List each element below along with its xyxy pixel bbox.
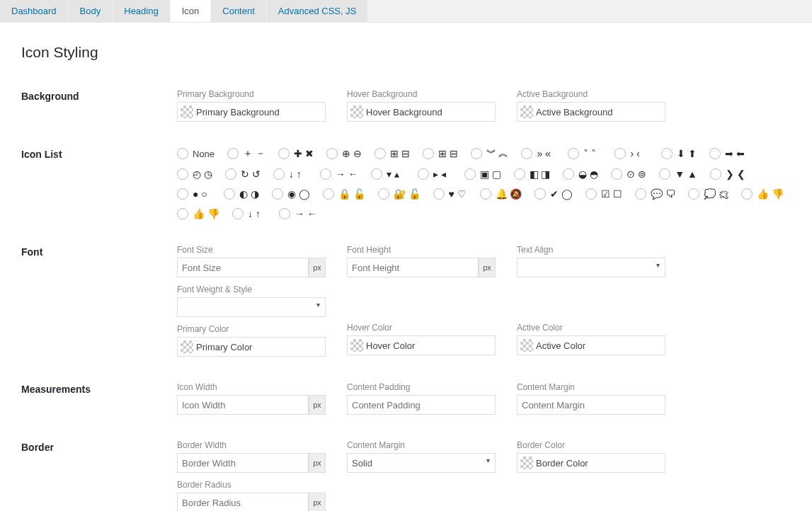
angle-right-left-icon: › ‹ <box>630 148 639 159</box>
tab-dashboard[interactable]: Dashboard <box>0 0 68 22</box>
icon-option-toggle-on-off[interactable]: ◉ ◯ <box>272 188 310 200</box>
icon-option-plus-minus[interactable]: ＋ － <box>227 147 265 160</box>
icon-option-arrows-circle-right-left[interactable]: ➡ ⬅ <box>709 147 745 160</box>
radio-icon <box>585 188 597 200</box>
text-align-select[interactable] <box>517 258 665 277</box>
active-color-input[interactable]: Active Color <box>517 335 665 355</box>
icon-option-exchange-arrows[interactable]: → ← <box>279 208 317 219</box>
icon-option-circle-filled-outline[interactable]: ● ○ <box>177 188 211 200</box>
tab-heading[interactable]: Heading <box>113 0 169 22</box>
icon-option-thumbs-up-down[interactable]: 👍 👎 <box>741 188 784 200</box>
tab-icon[interactable]: Icon <box>171 0 211 22</box>
icon-option-boxes-down-up[interactable]: ▣ ▢ <box>464 168 501 180</box>
icon-option-none[interactable]: None <box>177 147 215 160</box>
arrows-circle-right-left-icon: ➡ ⬅ <box>725 148 745 159</box>
icon-option-plus-minus-square[interactable]: ⊞ ⊟ <box>374 147 410 160</box>
icon-option-plus-minus-square-outline[interactable]: ⊞ ⊟ <box>423 147 458 160</box>
chevrons-down-up-icon: ︾ ︽ <box>486 147 509 160</box>
icon-option-chevrons-down-up[interactable]: ︾ ︽ <box>471 147 509 160</box>
icon-option-angles-right-left[interactable]: » « <box>521 147 555 160</box>
icon-option-thumbs-hands[interactable]: 👍 👎 <box>177 208 219 219</box>
radio-icon <box>378 188 389 200</box>
icon-option-heart-filled-outline[interactable]: ♥ ♡ <box>433 188 467 200</box>
icon-option-angle-right-left[interactable]: › ‹ <box>614 147 648 160</box>
tab-content[interactable]: Content <box>211 0 266 22</box>
radio-icon <box>177 148 188 159</box>
border-color-input[interactable]: Border Color <box>517 453 665 473</box>
px-unit: px <box>479 258 496 277</box>
border-width-input[interactable] <box>177 453 309 473</box>
primary-bg-input[interactable]: Primary Background <box>177 102 326 122</box>
icon-option-carets-down-up[interactable]: ▼ ▲ <box>659 168 697 180</box>
icon-option-lock-unlock-alt[interactable]: 🔐 🔓 <box>378 188 421 200</box>
border-radius-input[interactable] <box>177 493 309 511</box>
radio-icon <box>568 148 579 159</box>
play-right-left-icon: ▸ ◂ <box>433 168 446 180</box>
radio-icon <box>320 168 331 180</box>
icon-option-clock-in-out[interactable]: ◴ ◷ <box>177 168 212 180</box>
icon-option-sort-arrows[interactable]: ↓ ↑ <box>232 208 266 219</box>
icon-option-reload-pair[interactable]: ↻ ↺ <box>225 168 261 180</box>
icon-option-arrows-in-out[interactable]: → ← <box>320 168 358 180</box>
radio-icon <box>433 188 445 200</box>
icon-option-chevron-down-up[interactable]: ˅ ˄ <box>568 147 602 160</box>
radio-icon <box>659 168 670 180</box>
icon-option-speech-bubbles[interactable]: 💬 🗨 <box>635 188 675 200</box>
radio-icon <box>371 168 382 180</box>
circle-filled-outline-icon: ● ○ <box>193 188 207 200</box>
icon-option-check-squares[interactable]: ☑ ☐ <box>585 188 622 200</box>
content-padding-input[interactable] <box>347 395 496 415</box>
icon-option-chat-bubbles[interactable]: 💭 🗯 <box>688 188 728 200</box>
icon-option-lock-unlock[interactable]: 🔒 🔓 <box>323 188 365 200</box>
content-margin-input[interactable] <box>517 395 665 415</box>
font-size-input[interactable] <box>177 258 309 277</box>
font-height-input[interactable] <box>347 258 479 277</box>
hover-bg-input[interactable]: Hover Background <box>347 102 496 122</box>
speech-bubbles-icon: 💬 🗨 <box>651 188 675 200</box>
icon-option-check-circles[interactable]: ✔ ◯ <box>534 188 573 200</box>
icon-option-boxes-left-up[interactable]: ◧ ◨ <box>514 168 551 180</box>
border-radius-label: Border Radius <box>177 480 326 490</box>
px-unit: px <box>309 395 326 415</box>
hover-color-input[interactable]: Hover Color <box>347 335 496 355</box>
icon-option-arrows-circle-down-up[interactable]: ⬇ ⬆ <box>661 147 697 160</box>
border-style-select[interactable]: Solid <box>347 453 496 473</box>
active-bg-input[interactable]: Active Background <box>517 102 665 122</box>
tab-body[interactable]: Body <box>69 0 113 22</box>
radio-icon <box>326 148 338 159</box>
icon-option-moon-sun[interactable]: ◐ ◑ <box>224 188 259 200</box>
icon-option-bell-filled-outline[interactable]: 🔔 🔕 <box>480 188 522 200</box>
transparent-swatch-icon <box>181 105 193 118</box>
icon-option-caret-down-up[interactable]: ▾ ▴ <box>371 168 405 180</box>
primary-color-input[interactable]: Primary Color <box>177 337 326 357</box>
plus-minus-circle-icon: ⊕ ⊖ <box>342 148 362 159</box>
arrows-circle-down-up-icon: ⬇ ⬆ <box>677 148 697 159</box>
toggle-on-off-icon: ◉ ◯ <box>287 188 310 200</box>
chat-bubbles-icon: 💭 🗯 <box>704 188 728 200</box>
radio-icon <box>563 168 574 180</box>
transparent-swatch-icon <box>181 340 193 353</box>
icon-option-shields-in-out[interactable]: ◒ ◓ <box>563 168 598 180</box>
tab-advanced[interactable]: Advanced CSS, JS <box>267 0 368 22</box>
thumbs-up-down-icon: 👍 👎 <box>757 188 784 200</box>
section-label-background: Background <box>21 89 177 122</box>
icon-option-plus-minus-circle[interactable]: ⊕ ⊖ <box>326 147 362 160</box>
font-weight-select[interactable] <box>177 297 326 317</box>
icon-width-input[interactable] <box>177 395 309 415</box>
icon-none-label: None <box>193 149 215 159</box>
active-color-placeholder: Active Color <box>536 340 585 351</box>
plus-times-bold-icon: ✚ ✖ <box>294 148 314 159</box>
radio-icon <box>464 168 476 180</box>
hover-color-placeholder: Hover Color <box>366 340 415 351</box>
icon-option-play-right-left[interactable]: ▸ ◂ <box>418 168 452 180</box>
text-align-label: Text Align <box>517 245 665 255</box>
lock-unlock-alt-icon: 🔐 🔓 <box>394 188 421 200</box>
bell-filled-outline-icon: 🔔 🔕 <box>496 188 522 200</box>
primary-bg-label: Primary Background <box>177 89 326 99</box>
radio-icon <box>471 148 482 159</box>
icon-option-arrow-down-up[interactable]: ↓ ↑ <box>273 168 307 180</box>
arrow-down-up-icon: ↓ ↑ <box>289 168 302 180</box>
icon-option-plus-times-bold[interactable]: ✚ ✖ <box>278 147 314 160</box>
icon-option-chevron-circles[interactable]: ⊙ ⊚ <box>611 168 646 180</box>
icon-option-angles-bold-right-left[interactable]: ❯ ❮ <box>710 168 745 180</box>
